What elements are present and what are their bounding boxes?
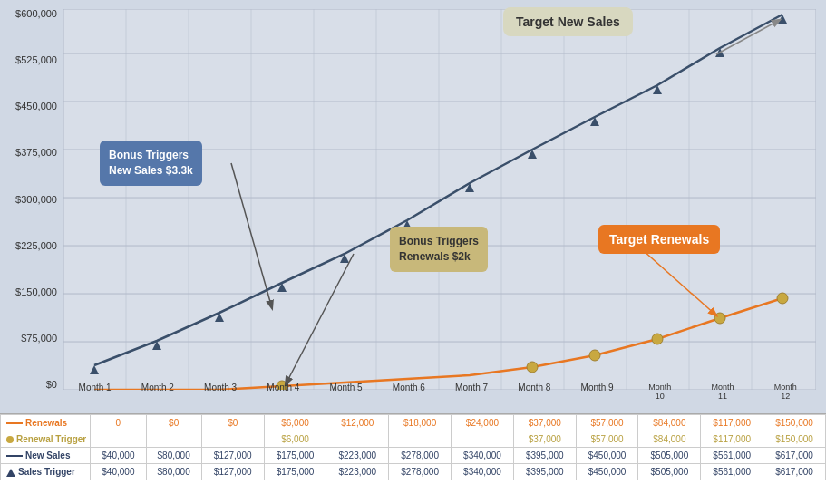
x-label-11: Month11 xyxy=(692,379,754,397)
table-row-new-sales: New Sales $40,000 $80,000 $127,000 $175,… xyxy=(1,448,826,464)
callout-target-new-sales: Target New Sales xyxy=(503,7,633,36)
x-label-4: Month 4 xyxy=(252,379,315,397)
y-label-0: $0 xyxy=(46,379,57,390)
x-label-5: Month 5 xyxy=(315,379,377,397)
svg-point-37 xyxy=(589,350,600,361)
chart-container: $0 $75,000 $150,000 $225,000 $300,000 $3… xyxy=(0,0,826,504)
callout-target-renewals: Target Renewals xyxy=(598,225,720,254)
y-label-450k: $450,000 xyxy=(15,101,57,111)
x-label-6: Month 6 xyxy=(377,379,440,397)
y-label-600k: $600,000 xyxy=(15,8,57,19)
x-label-8: Month 8 xyxy=(503,379,566,397)
x-label-10: Month10 xyxy=(628,379,691,397)
callout-bonus-new-sales: Bonus TriggersNew Sales $3.3k xyxy=(100,141,202,186)
x-label-12: Month12 xyxy=(754,379,817,397)
row-label-new-sales: New Sales xyxy=(1,448,91,464)
x-label-9: Month 9 xyxy=(566,379,628,397)
x-label-7: Month 7 xyxy=(441,379,503,397)
y-label-300k: $300,000 xyxy=(15,194,57,205)
chart-data-table: Renewals 0 $0 $0 $6,000 $12,000 $18,000 … xyxy=(0,414,826,480)
svg-point-38 xyxy=(652,334,663,344)
svg-point-39 xyxy=(714,313,725,324)
x-axis: Month 1 Month 2 Month 3 Month 4 Month 5 … xyxy=(63,379,817,397)
y-label-75k: $75,000 xyxy=(21,333,57,344)
sales-trigger-triangle-icon xyxy=(6,469,15,477)
row-label-renewal-trigger: Renewal Trigger xyxy=(1,431,91,448)
y-label-375k: $375,000 xyxy=(15,147,57,158)
svg-point-40 xyxy=(777,293,788,304)
data-table: Renewals 0 $0 $0 $6,000 $12,000 $18,000 … xyxy=(0,413,826,504)
renewals-line-icon xyxy=(6,422,23,424)
table-row-renewal-trigger: Renewal Trigger $6,000 $37,000 $57,000 $… xyxy=(1,431,826,448)
y-label-225k: $225,000 xyxy=(15,240,57,251)
x-label-3: Month 3 xyxy=(189,379,252,397)
table-row-sales-trigger: Sales Trigger $40,000 $80,000 $127,000 $… xyxy=(1,464,826,480)
row-label-sales-trigger: Sales Trigger xyxy=(1,464,91,480)
new-sales-line-icon xyxy=(6,455,23,457)
y-label-525k: $525,000 xyxy=(15,54,57,65)
x-label-2: Month 2 xyxy=(126,379,189,397)
callout-bonus-renewals: Bonus TriggersRenewals $2k xyxy=(390,227,488,272)
table-row-renewals: Renewals 0 $0 $0 $6,000 $12,000 $18,000 … xyxy=(1,415,826,431)
y-label-150k: $150,000 xyxy=(15,286,57,297)
row-label-renewals: Renewals xyxy=(1,415,91,431)
x-label-1: Month 1 xyxy=(63,379,126,397)
svg-point-36 xyxy=(527,362,538,373)
renewal-trigger-dot-icon xyxy=(6,436,14,443)
y-axis: $0 $75,000 $150,000 $225,000 $300,000 $3… xyxy=(0,9,62,395)
